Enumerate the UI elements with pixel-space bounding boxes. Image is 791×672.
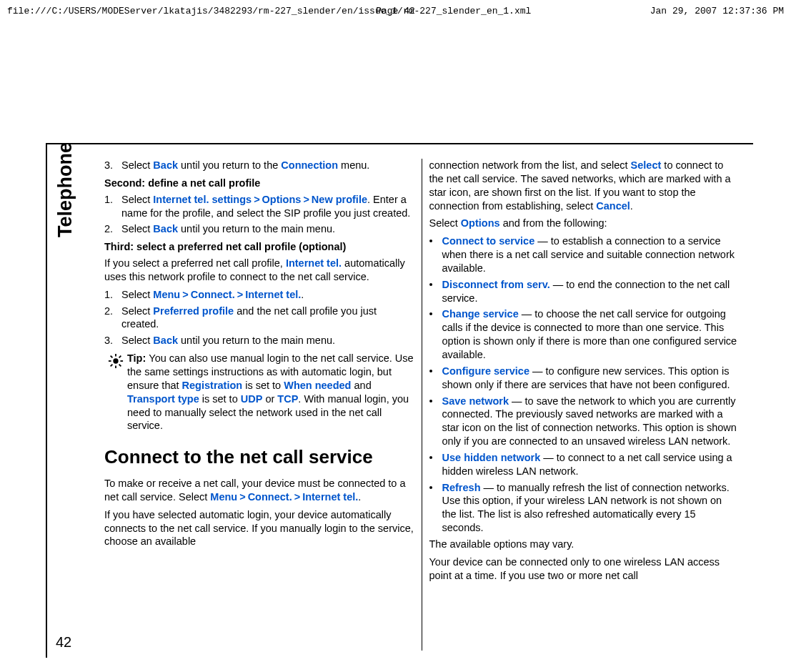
list-text: Select Back until you return to the Conn… — [121, 159, 414, 172]
column-left: 3. Select Back until you return to the C… — [97, 159, 422, 651]
list-text: Refresh — to manually refresh the list o… — [442, 481, 740, 535]
tip-text: Tip: You can also use manual login to th… — [127, 352, 414, 433]
transport-type-link: Transport type — [127, 393, 199, 405]
chevron-right-icon: > — [237, 289, 243, 300]
page-label: Page 42 — [376, 6, 415, 16]
page-number: 42 — [56, 634, 71, 651]
list-item: •Save network — to save the network to w… — [429, 395, 740, 448]
list-item: •Connect to service — to establish a con… — [429, 234, 740, 275]
option-link: Change service — [442, 308, 519, 320]
third-heading: Third: select a preferred net call profi… — [104, 240, 414, 254]
chevron-right-icon: > — [294, 491, 300, 503]
preferred-profile-link: Preferred profile — [153, 305, 234, 317]
page-frame: Telephone 42 3. Select Back until you re… — [46, 143, 753, 658]
svg-line-7 — [111, 365, 113, 367]
tip-icon — [104, 352, 127, 433]
connect-link: Connect. — [248, 491, 292, 503]
option-link: Configure service — [442, 365, 530, 377]
chevron-right-icon: > — [239, 491, 245, 503]
bullet-icon: • — [429, 278, 442, 305]
list-number: 3. — [104, 159, 121, 172]
list-text: Change service — to choose the net call … — [442, 307, 740, 361]
options-link: Options — [262, 194, 302, 205]
svg-line-6 — [119, 365, 121, 367]
file-path: file:///C:/USERS/MODEServer/lkatajis/348… — [7, 6, 531, 16]
list-item: 2. Select Preferred profile and the net … — [104, 305, 414, 332]
list-text: Select Back until you return to the main… — [121, 222, 414, 236]
menu-link: Menu — [210, 491, 237, 503]
print-header: file:///C:/USERS/MODEServer/lkatajis/348… — [0, 0, 791, 22]
list-item: 1. Select Internet tel. settings>Options… — [104, 193, 414, 220]
list-number: 2. — [104, 305, 121, 332]
list-text: Connect to service — to establish a conn… — [442, 234, 740, 275]
paragraph: Your device can be connected only to one… — [429, 555, 740, 583]
column-right: connection network from the list, and se… — [422, 159, 747, 651]
list-text: Select Preferred profile and the net cal… — [121, 305, 414, 332]
list-item: 2. Select Back until you return to the m… — [104, 222, 414, 236]
list-text: Disconnect from serv. — to end the conne… — [442, 278, 740, 305]
section-title: Telephone — [54, 142, 76, 237]
option-link: Refresh — [442, 482, 481, 493]
bullet-icon: • — [429, 234, 442, 275]
tip-label: Tip: — [127, 352, 149, 364]
paragraph: Select Options and from the following: — [429, 217, 740, 230]
back-link: Back — [153, 335, 178, 346]
list-number: 2. — [104, 222, 121, 236]
list-number: 3. — [104, 334, 121, 347]
list-item: 3. Select Back until you return to the C… — [104, 159, 414, 172]
list-text: Select Internet tel. settings>Options>Ne… — [121, 193, 414, 220]
paragraph: If you select a preferred net call profi… — [104, 257, 414, 284]
chevron-right-icon: > — [303, 194, 309, 205]
internet-tel-settings-link: Internet tel. settings — [153, 194, 252, 205]
svg-line-5 — [111, 356, 113, 358]
options-link: Options — [461, 217, 500, 229]
connect-link: Connect. — [191, 289, 235, 300]
timestamp: Jan 29, 2007 12:37:36 PM — [650, 6, 784, 16]
internet-tel-link: Internet tel. — [286, 257, 342, 269]
tcp-link: TCP — [277, 393, 298, 405]
list-text: Save network — to save the network to wh… — [442, 395, 740, 448]
content-area: 3. Select Back until you return to the C… — [90, 144, 753, 658]
paragraph: connection network from the list, and se… — [429, 159, 740, 212]
list-item: •Refresh — to manually refresh the list … — [429, 481, 740, 535]
tip-block: Tip: You can also use manual login to th… — [104, 352, 414, 433]
options-list: •Connect to service — to establish a con… — [429, 234, 740, 535]
paragraph: If you have selected automatic login, yo… — [104, 508, 414, 549]
list-item: 3. Select Back until you return to the m… — [104, 334, 414, 347]
udp-link: UDP — [241, 393, 263, 405]
list-text: Use hidden network — to connect to a net… — [442, 451, 740, 478]
select-link: Select — [631, 159, 662, 171]
list-item: •Use hidden network — to connect to a ne… — [429, 451, 740, 478]
bullet-icon: • — [429, 365, 442, 392]
option-link: Connect to service — [442, 235, 535, 247]
list-item: 1. Select Menu>Connect.>Internet tel.. — [104, 288, 414, 302]
bullet-icon: • — [429, 307, 442, 361]
back-link: Back — [153, 223, 178, 234]
chevron-right-icon: > — [254, 194, 259, 205]
list-item: •Disconnect from serv. — to end the conn… — [429, 278, 740, 305]
chevron-right-icon: > — [182, 289, 188, 300]
paragraph: The available options may vary. — [429, 538, 740, 551]
connect-heading: Connect to the net call service — [104, 445, 414, 470]
second-heading: Second: define a net call profile — [104, 177, 414, 190]
cancel-link: Cancel — [596, 200, 630, 212]
svg-line-8 — [119, 356, 121, 358]
option-link: Use hidden network — [442, 452, 541, 463]
option-link: Disconnect from serv. — [442, 279, 550, 290]
bullet-icon: • — [429, 481, 442, 535]
sidebar: Telephone 42 — [47, 144, 90, 658]
when-needed-link: When needed — [284, 380, 351, 391]
bullet-icon: • — [429, 451, 442, 478]
list-text: Select Menu>Connect.>Internet tel.. — [121, 288, 414, 302]
list-item: •Change service — to choose the net call… — [429, 307, 740, 361]
list-number: 1. — [104, 288, 121, 302]
internet-tel-link: Internet tel. — [302, 491, 358, 503]
list-text: Configure service — to configure new ser… — [442, 365, 740, 392]
svg-point-0 — [113, 358, 118, 363]
registration-link: Registration — [182, 380, 243, 391]
new-profile-link: New profile — [312, 194, 367, 205]
internet-tel-link: Internet tel. — [245, 289, 301, 300]
option-link: Save network — [442, 395, 509, 407]
list-item: •Configure service — to configure new se… — [429, 365, 740, 392]
list-number: 1. — [104, 193, 121, 220]
